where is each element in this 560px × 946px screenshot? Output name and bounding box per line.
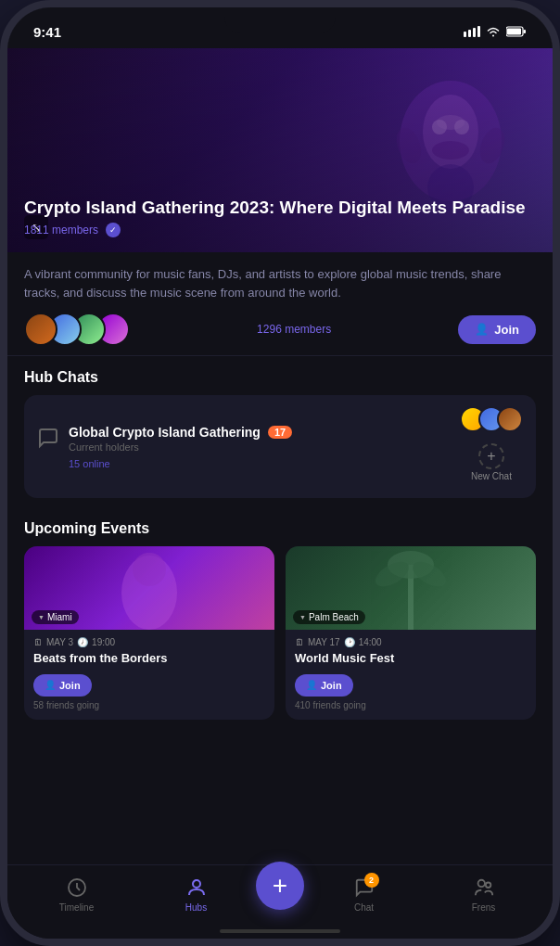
new-chat-plus-icon: +: [478, 443, 504, 469]
hero-content: Crypto Island Gathering 2023: Where Digi…: [7, 182, 553, 252]
status-icons: [464, 26, 527, 37]
timeline-icon: [66, 876, 88, 899]
chat-icon: 2: [353, 876, 375, 899]
events-grid: Miami 🗓 MAY 3 🕖 19:00 Beats from the Bor…: [24, 546, 536, 720]
chat-subtitle: Current holders: [69, 441, 460, 453]
home-indicator: [220, 929, 340, 933]
chat-unread-badge: 17: [268, 426, 292, 439]
screen: ⤡ Crypto Island Gathering 2023: Where Di…: [7, 48, 553, 939]
svg-rect-0: [464, 32, 466, 37]
svg-rect-1: [468, 30, 471, 37]
svg-rect-3: [477, 26, 480, 37]
svg-rect-5: [507, 29, 521, 35]
status-time: 9:41: [33, 24, 61, 40]
event-friends-2: 410 friends going: [295, 700, 527, 710]
nav-label-timeline: Timeline: [59, 902, 94, 913]
hero-section: ⤡ Crypto Island Gathering 2023: Where Di…: [7, 48, 553, 252]
phone-frame: 9:41: [0, 0, 560, 946]
event-location-2: Palm Beach: [293, 610, 365, 624]
nav-label-chat: Chat: [354, 902, 374, 913]
battery-icon: [506, 26, 527, 37]
event-thumb-palm: Palm Beach: [286, 546, 536, 630]
avatar-1: [24, 313, 57, 346]
chat-card[interactable]: Global Crypto Island Gathering 17 Curren…: [24, 395, 536, 498]
avatar-stack: [24, 313, 130, 346]
hero-members-count: 1811 members: [24, 224, 98, 236]
svg-rect-6: [524, 30, 527, 33]
wifi-icon: [486, 26, 501, 37]
hero-verified-badge: [106, 223, 121, 237]
nav-label-frens: Frens: [472, 902, 496, 913]
svg-point-25: [485, 883, 490, 888]
notch: [224, 7, 336, 33]
svg-point-23: [193, 880, 200, 888]
event-info-2: 🗓 MAY 17 🕑 14:00 World Music Fest Join 4…: [286, 630, 536, 720]
event-join-button-1[interactable]: Join: [33, 674, 92, 697]
nav-label-hubs: Hubs: [185, 902, 207, 913]
chat-badge: 2: [364, 873, 379, 888]
upcoming-events-title: Upcoming Events: [24, 520, 536, 537]
join-hub-button[interactable]: Join: [458, 315, 536, 344]
event-card-2[interactable]: Palm Beach 🗓 MAY 17 🕑 14:00 World Music …: [286, 546, 536, 720]
hub-chats-section: Hub Chats Global Crypto Island Gathering…: [7, 356, 553, 498]
nav-item-hubs[interactable]: Hubs: [136, 876, 256, 913]
nav-item-chat[interactable]: 2 Chat: [304, 876, 424, 913]
event-card-1[interactable]: Miami 🗓 MAY 3 🕖 19:00 Beats from the Bor…: [24, 546, 274, 720]
chat-left: Global Crypto Island Gathering 17 Curren…: [37, 425, 460, 469]
chat-bubble-icon: [37, 427, 59, 449]
event-join-button-2[interactable]: Join: [295, 674, 353, 697]
fab-button[interactable]: +: [256, 862, 304, 910]
chat-right: + New Chat: [460, 406, 523, 487]
signal-icon: [464, 26, 480, 37]
chat-info: Global Crypto Island Gathering 17 Curren…: [69, 425, 460, 469]
nav-item-frens[interactable]: Frens: [424, 876, 543, 913]
event-thumb-miami: Miami: [24, 546, 274, 630]
chat-name-row: Global Crypto Island Gathering 17: [69, 425, 460, 440]
members-row: 1296 members Join: [24, 313, 536, 346]
event-date-1: 🗓 MAY 3 🕖 19:00: [33, 637, 265, 647]
new-chat-label: New Chat: [471, 471, 512, 481]
description-section: A vibrant community for music fans, DJs,…: [7, 252, 553, 356]
members-count-label: 1296 members: [257, 323, 331, 336]
event-location-1: Miami: [32, 610, 79, 624]
event-title-1: Beats from the Borders: [33, 651, 265, 667]
bottom-nav: Timeline Hubs + 2: [7, 864, 553, 939]
mini-avatars: [460, 406, 523, 432]
frens-icon: [473, 876, 495, 899]
hub-chats-title: Hub Chats: [24, 369, 536, 386]
event-date-2: 🗓 MAY 17 🕑 14:00: [295, 637, 527, 647]
scroll-content[interactable]: A vibrant community for music fans, DJs,…: [7, 252, 553, 864]
event-info-1: 🗓 MAY 3 🕖 19:00 Beats from the Borders J…: [24, 630, 274, 720]
nav-item-timeline[interactable]: Timeline: [17, 876, 136, 913]
svg-point-24: [477, 880, 484, 887]
new-chat-button[interactable]: + New Chat: [462, 438, 521, 487]
hubs-icon: [185, 876, 208, 899]
upcoming-events-section: Upcoming Events Miami: [7, 507, 553, 729]
svg-point-17: [133, 553, 166, 586]
event-friends-1: 58 friends going: [33, 700, 265, 710]
chat-name: Global Crypto Island Gathering: [69, 425, 261, 440]
svg-rect-2: [473, 28, 476, 37]
hero-title: Crypto Island Gathering 2023: Where Digi…: [24, 197, 536, 219]
event-title-2: World Music Fest: [295, 651, 527, 667]
description-text: A vibrant community for music fans, DJs,…: [24, 265, 536, 301]
chat-online: 15 online: [69, 458, 460, 469]
mini-avatar-3: [497, 406, 523, 432]
